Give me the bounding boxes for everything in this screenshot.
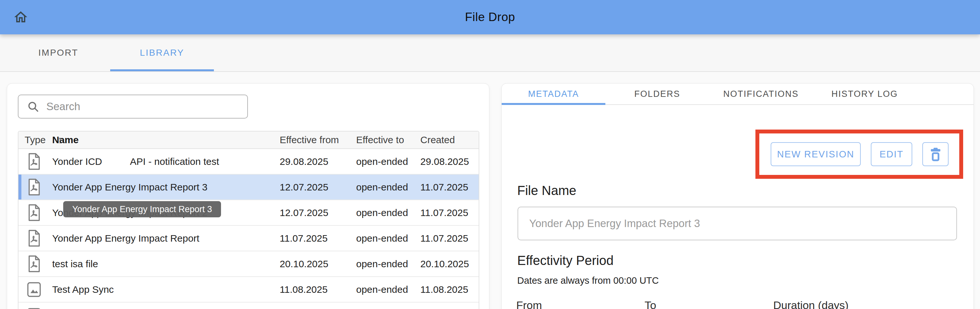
col-header-created: Created [420, 135, 455, 146]
table-row[interactable] [19, 303, 479, 309]
file-detail-cell: API - notification test [130, 156, 219, 167]
table-row[interactable]: Test App Sync 11.08.2025 open-ended 11.0… [19, 277, 479, 303]
effective-to-cell: open-ended [356, 182, 408, 193]
main-tabstrip: IMPORT LIBRARY [0, 34, 980, 72]
duration-label: Duration (days) [773, 299, 848, 309]
created-cell: 11.08.2025 [420, 284, 468, 295]
pdf-file-icon [27, 230, 41, 247]
effective-to-cell: open-ended [356, 233, 408, 244]
search-box[interactable] [18, 95, 248, 119]
table-header: Type Name↑ Effective from Effective to C… [19, 132, 479, 149]
to-label: To [644, 299, 656, 309]
trash-icon [929, 147, 942, 162]
file-table: Type Name↑ Effective from Effective to C… [18, 131, 479, 309]
file-name-cell: Yonder ICD [52, 156, 102, 167]
tab-import[interactable]: IMPORT [6, 34, 110, 71]
search-input[interactable] [46, 100, 241, 113]
tab-history-log[interactable]: HISTORY LOG [813, 84, 916, 104]
pdf-file-icon [27, 255, 41, 273]
file-name-cell: Test App Sync [52, 284, 114, 295]
created-cell: 11.07.2025 [420, 182, 468, 193]
active-tab-underline [110, 69, 214, 71]
effective-from-cell: 20.10.2025 [280, 258, 328, 269]
effective-from-cell: 11.07.2025 [280, 233, 328, 244]
file-name-cell: test isa file [52, 258, 98, 269]
table-body: Yonder ICD API - notification test 29.08… [19, 149, 479, 309]
effective-from-cell: 11.08.2025 [280, 284, 328, 295]
content-area: Type Name↑ Effective from Effective to C… [0, 72, 980, 309]
active-detail-tab-underline [502, 103, 605, 105]
effective-to-cell: open-ended [356, 284, 408, 295]
edit-button[interactable]: EDIT [871, 142, 912, 166]
selected-row-indicator [19, 174, 21, 200]
file-name-cell: Yonder App Energy Impact Report 3 [52, 182, 207, 193]
col-header-effective-to: Effective to [356, 135, 404, 146]
home-icon [13, 10, 29, 25]
created-cell: 11.07.2025 [420, 233, 468, 244]
image-file-icon [27, 307, 41, 309]
effective-from-cell: 12.07.2025 [280, 182, 328, 193]
annotation-red-box: NEW REVISION EDIT [756, 130, 963, 179]
tab-notifications[interactable]: NOTIFICATIONS [709, 84, 813, 104]
effective-from-cell: 12.07.2025 [280, 207, 328, 218]
created-cell: 11.07.2025 [420, 207, 468, 218]
app-header: File Drop [0, 0, 980, 34]
sort-ascending-icon: ↑ [52, 134, 62, 146]
search-icon [27, 100, 39, 113]
table-row[interactable]: Yonder App Energy Impact Report 11.07.20… [19, 226, 479, 251]
new-revision-button[interactable]: NEW REVISION [771, 142, 861, 166]
effective-to-cell: open-ended [356, 258, 408, 269]
effective-to-cell: open-ended [356, 156, 408, 167]
created-cell: 20.10.2025 [420, 258, 469, 269]
created-cell: 29.08.2025 [420, 156, 469, 167]
from-label: From [516, 299, 542, 309]
home-button[interactable] [12, 9, 29, 25]
effective-to-cell: open-ended [356, 207, 408, 218]
library-panel: Type Name↑ Effective from Effective to C… [7, 83, 489, 309]
detail-tabstrip: METADATA FOLDERS NOTIFICATIONS HISTORY L… [502, 84, 974, 105]
col-header-effective-from: Effective from [280, 135, 339, 146]
tab-library[interactable]: LIBRARY [110, 34, 214, 71]
pdf-file-icon [27, 153, 41, 170]
detail-panel: METADATA FOLDERS NOTIFICATIONS HISTORY L… [501, 83, 974, 309]
tab-folders[interactable]: FOLDERS [605, 84, 709, 104]
pdf-file-icon [27, 179, 41, 196]
table-row[interactable]: Yonder App Energy Impact Report 3 12.07.… [19, 174, 479, 200]
effectivity-period-title: Effectivity Period [517, 253, 614, 268]
file-name-input[interactable] [517, 207, 957, 240]
delete-button[interactable] [922, 142, 948, 166]
pdf-file-icon [27, 204, 41, 222]
effective-from-cell: 29.08.2025 [280, 156, 328, 167]
table-row[interactable]: Yonder ICD API - notification test 29.08… [19, 149, 479, 174]
tab-metadata[interactable]: METADATA [502, 84, 605, 104]
file-name-cell: Yonder App Energy Impact Report [52, 233, 199, 244]
image-file-icon [27, 281, 41, 298]
table-row[interactable]: test isa file 20.10.2025 open-ended 20.1… [19, 251, 479, 277]
effectivity-period-subtitle: Dates are always from 00:00 UTC [517, 275, 659, 286]
col-header-type: Type [25, 135, 46, 146]
row-name-tooltip: Yonder App Energy Impact Report 3 [63, 201, 221, 217]
file-name-label: File Name [517, 183, 576, 198]
page-title: File Drop [0, 10, 980, 24]
